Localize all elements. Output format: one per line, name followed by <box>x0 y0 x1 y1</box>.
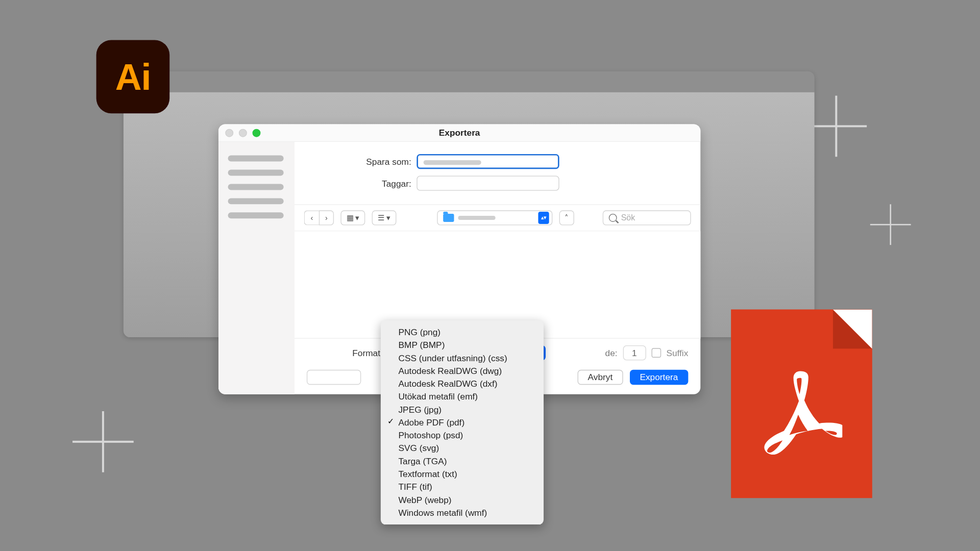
pdf-file-icon <box>731 310 872 498</box>
sidebar-item[interactable] <box>228 198 284 204</box>
maximize-icon[interactable] <box>252 129 260 137</box>
format-option[interactable]: JPEG (jpg) <box>383 403 541 416</box>
format-label: Format: <box>307 348 388 358</box>
folder-icon <box>443 214 454 222</box>
search-input[interactable]: Sök <box>603 210 691 225</box>
sidebar-item[interactable] <box>228 170 284 176</box>
collapse-button[interactable]: ˄ <box>559 210 574 225</box>
forward-button[interactable]: › <box>319 210 334 225</box>
dialog-title: Exportera <box>439 128 480 138</box>
sidebar-item[interactable] <box>228 212 284 218</box>
dialog-titlebar: Exportera <box>218 124 700 142</box>
decorative-cross <box>805 96 867 157</box>
scale-label-trail: de: <box>605 348 618 358</box>
folder-name-placeholder <box>458 216 495 220</box>
stepper-icon[interactable]: ▴▾ <box>538 212 549 224</box>
save-as-label: Spara som: <box>315 157 417 167</box>
format-option[interactable]: Textformat (txt) <box>383 467 541 480</box>
format-option[interactable]: Windows metafil (wmf) <box>383 506 541 519</box>
adobe-pdf-glyph-icon <box>761 366 843 461</box>
format-option[interactable]: SVG (svg) <box>383 442 541 455</box>
filename-input[interactable] <box>416 154 559 169</box>
suffix-label: Suffix <box>666 348 688 358</box>
minimize-icon[interactable] <box>239 129 247 137</box>
format-option[interactable]: Utökad metafil (emf) <box>383 390 541 403</box>
cancel-button[interactable]: Avbryt <box>578 370 623 385</box>
decorative-cross <box>870 204 911 245</box>
finder-toolbar: ‹ › ▦ ▾ ☰ ▾ ▴▾ ˄ Sök <box>295 205 700 232</box>
illustrator-app-icon: Ai <box>96 40 170 113</box>
format-option[interactable]: Targa (TGA) <box>383 455 541 467</box>
group-button[interactable]: ☰ ▾ <box>372 210 397 225</box>
format-option[interactable]: Adobe PDF (pdf) <box>383 416 541 429</box>
decorative-cross <box>72 411 134 472</box>
sidebar <box>218 142 295 394</box>
back-button[interactable]: ‹ <box>304 210 319 225</box>
window-controls <box>225 129 260 137</box>
sidebar-item[interactable] <box>228 184 284 190</box>
suffix-checkbox[interactable] <box>651 348 661 358</box>
format-option[interactable]: WebP (webp) <box>383 493 541 506</box>
scale-input[interactable]: 1 <box>623 345 646 360</box>
tags-label: Taggar: <box>315 178 417 188</box>
folder-select[interactable]: ▴▾ <box>437 210 552 225</box>
illustrator-icon-text: Ai <box>115 56 151 97</box>
background-window-titlebar <box>124 71 815 92</box>
new-folder-button[interactable] <box>307 370 361 385</box>
search-icon <box>609 214 617 222</box>
export-button[interactable]: Exportera <box>629 370 688 385</box>
close-icon[interactable] <box>225 129 233 137</box>
format-option[interactable]: BMP (BMP) <box>383 339 541 352</box>
format-dropdown[interactable]: PNG (png)BMP (BMP)CSS (under utfasning) … <box>381 320 544 524</box>
format-option[interactable]: PNG (png) <box>383 325 541 338</box>
format-option[interactable]: CSS (under utfasning) (css) <box>383 352 541 364</box>
format-option[interactable]: TIFF (tif) <box>383 481 541 493</box>
format-option[interactable]: Autodesk RealDWG (dxf) <box>383 378 541 390</box>
format-option[interactable]: Photoshop (psd) <box>383 429 541 442</box>
sidebar-item[interactable] <box>228 156 284 162</box>
filename-placeholder <box>424 160 481 165</box>
search-placeholder: Sök <box>621 213 635 223</box>
tags-input[interactable] <box>416 176 559 190</box>
view-icon-button[interactable]: ▦ ▾ <box>340 210 365 225</box>
format-option[interactable]: Autodesk RealDWG (dwg) <box>383 364 541 377</box>
